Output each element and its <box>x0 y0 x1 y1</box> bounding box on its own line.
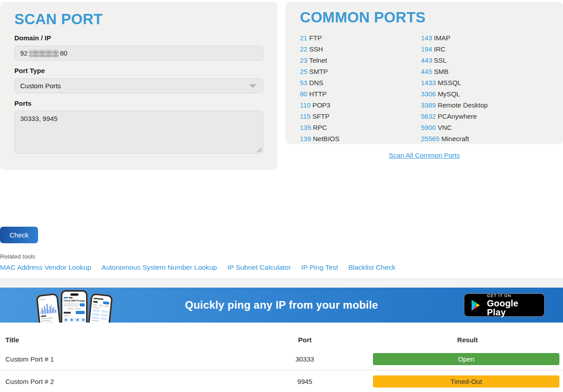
result-port: 30333 <box>238 355 372 363</box>
ports-textarea[interactable]: 30333, 9945 <box>14 111 263 154</box>
common-port-item[interactable]: 53DNS <box>300 77 421 88</box>
common-ports-list: 21FTP 22SSH 23Telnet 25SMTP 53DNS 80HTTP… <box>300 32 549 144</box>
status-badge-open: Open <box>373 353 559 365</box>
common-ports-panel: COMMON PORTS 21FTP 22SSH 23Telnet 25SMTP… <box>286 2 563 144</box>
port-type-value: Custom Ports <box>20 82 61 90</box>
header-title: Title <box>0 336 238 344</box>
common-ports-title: COMMON PORTS <box>300 9 549 26</box>
scan-port-panel: SCAN PORT Domain / IP 9280 Port Type Cus… <box>0 2 277 170</box>
domain-label: Domain / IP <box>14 34 263 42</box>
port-type-label: Port Type <box>14 67 263 74</box>
resize-handle-icon[interactable] <box>256 146 261 152</box>
scan-all-common-ports-link[interactable]: Scan All Common Ports <box>389 151 459 159</box>
chevron-down-icon <box>249 84 256 88</box>
badge-get-it-on-text: GET IT ON <box>487 293 538 298</box>
phone-mockup-center: Check DNS Propagation <box>61 290 87 323</box>
header-port: Port <box>238 336 372 344</box>
table-row: Custom Port # 2 9945 Timed-Out <box>0 370 563 392</box>
common-port-item[interactable]: 80HTTP <box>300 88 421 99</box>
related-link-asn-lookup[interactable]: Autonomous System Number Lookup <box>101 263 217 271</box>
result-port: 9945 <box>238 378 372 385</box>
ports-label: Ports <box>14 99 263 107</box>
phone-screen-title: Check DNS Propagation <box>64 299 85 302</box>
related-link-blacklist-check[interactable]: Blacklist Check <box>348 263 395 271</box>
common-port-item[interactable]: 194IRC <box>421 43 488 55</box>
common-port-item[interactable]: 443SSL <box>421 55 488 66</box>
domain-value-suffix: 80 <box>60 49 68 57</box>
status-badge-timed-out: Timed-Out <box>373 375 559 388</box>
redacted-ip-block <box>29 50 59 57</box>
common-port-item[interactable]: 135RPC <box>300 122 421 133</box>
phone-mockup-left <box>36 293 61 323</box>
google-play-icon <box>470 299 482 312</box>
common-port-item[interactable]: 25SMTP <box>300 66 421 77</box>
related-link-ip-subnet-calculator[interactable]: IP Subnet Calculator <box>227 263 291 271</box>
common-port-item[interactable]: 5900VNC <box>421 122 488 133</box>
related-link-mac-address-vendor-lookup[interactable]: MAC Address Vendor Lookup <box>0 263 91 271</box>
common-port-item[interactable]: 23Telnet <box>300 55 421 66</box>
related-tools-heading: Related tools <box>0 253 563 260</box>
phone-chart-decoration <box>39 300 57 314</box>
mobile-app-banner: Check DNS Propagation <box>0 288 563 323</box>
section-divider-band <box>0 278 563 288</box>
table-row: Custom Port # 1 30333 Open <box>0 348 563 370</box>
google-play-badge[interactable]: GET IT ON Google Play <box>464 293 545 317</box>
domain-value-prefix: 92 <box>20 49 28 57</box>
related-tools-links: MAC Address Vendor Lookup Autonomous Sys… <box>0 263 563 271</box>
top-panels: SCAN PORT Domain / IP 9280 Port Type Cus… <box>0 0 563 170</box>
common-port-item[interactable]: 110POP3 <box>300 99 421 111</box>
phone-notch <box>70 293 78 296</box>
common-port-item[interactable]: 21FTP <box>300 32 421 43</box>
common-port-item[interactable]: 3389Remote Desktop <box>421 99 488 111</box>
common-port-item[interactable]: 1433MSSQL <box>421 77 488 88</box>
common-ports-column: COMMON PORTS 21FTP 22SSH 23Telnet 25SMTP… <box>286 2 563 170</box>
scan-results-table: Title Port Result Custom Port # 1 30333 … <box>0 329 563 392</box>
port-type-select[interactable]: Custom Ports <box>14 78 263 93</box>
common-port-item[interactable]: 5632PCAnywhere <box>421 111 488 122</box>
common-port-item[interactable]: 143IMAP <box>421 32 488 43</box>
result-title: Custom Port # 1 <box>0 355 238 363</box>
banner-headline: Quickly ping any IP from your mobile <box>185 299 378 311</box>
phone-mockup-right <box>87 293 113 323</box>
check-button[interactable]: Check <box>0 227 38 243</box>
common-port-item[interactable]: 115SFTP <box>300 111 421 122</box>
domain-input[interactable]: 9280 <box>14 46 263 60</box>
badge-google-play-text: Google Play <box>487 299 538 317</box>
common-port-item[interactable]: 445SMB <box>421 66 488 77</box>
common-port-item[interactable]: 3306MySQL <box>421 88 488 99</box>
common-port-item[interactable]: 25565Minecraft <box>421 133 488 144</box>
common-port-item[interactable]: 22SSH <box>300 43 421 55</box>
related-link-ip-ping-test[interactable]: IP Ping Test <box>301 263 338 271</box>
results-header-row: Title Port Result <box>0 329 563 348</box>
common-port-item[interactable]: 139NetBIOS <box>300 133 421 144</box>
phone-mockups: Check DNS Propagation <box>38 289 111 323</box>
result-title: Custom Port # 2 <box>0 378 238 385</box>
header-result: Result <box>372 336 563 344</box>
ports-value: 30333, 9945 <box>20 115 57 122</box>
scan-port-title: SCAN PORT <box>14 11 263 28</box>
